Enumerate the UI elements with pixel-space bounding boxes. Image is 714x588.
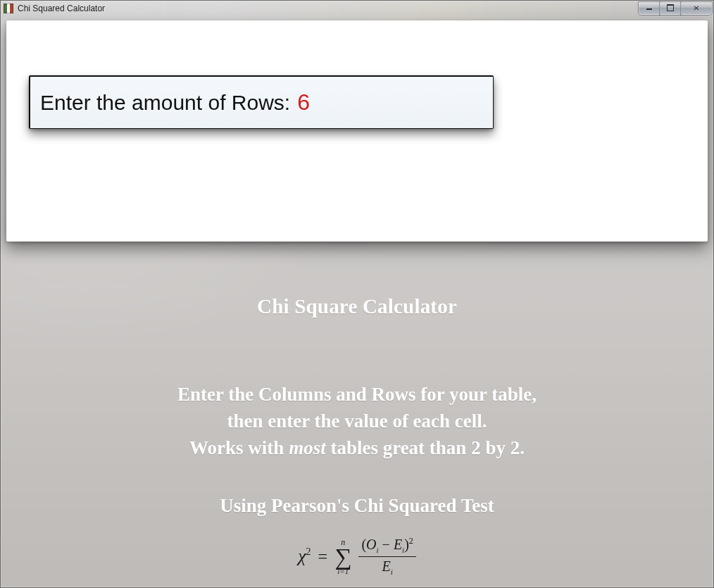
main-window: Chi Squared Calculator Enter the amount … xyxy=(0,0,714,588)
instructions-line-1: Enter the Columns and Rows for your tabl… xyxy=(1,382,713,408)
formula-E-num: E xyxy=(394,537,402,552)
instructions-line-3: Works with most tables great than 2 by 2… xyxy=(1,435,713,462)
page-title: Chi Square Calculator xyxy=(1,295,713,318)
close-button[interactable] xyxy=(681,2,712,15)
rows-input[interactable]: Enter the amount of Rows: 6 xyxy=(29,75,494,129)
minimize-button[interactable] xyxy=(639,2,660,15)
formula-sum-lower: i=1 xyxy=(337,568,349,575)
info-section: Chi Square Calculator Enter the Columns … xyxy=(1,291,713,587)
maximize-button[interactable] xyxy=(660,2,681,15)
instructions-line-3-post: tables great than 2 by 2. xyxy=(326,437,525,458)
formula-numerator: (Oi − Ei)2 xyxy=(358,537,415,557)
formula-num-exp: 2 xyxy=(409,536,413,546)
input-panel: Enter the amount of Rows: 6 xyxy=(6,20,708,242)
formula-E-den-sub: i xyxy=(391,568,393,576)
instructions-line-3-em: most xyxy=(289,437,326,458)
formula-chi-exp: 2 xyxy=(306,547,311,558)
rows-input-value: 6 xyxy=(297,89,310,115)
app-icon xyxy=(4,4,13,13)
sigma-icon: ∑ xyxy=(334,545,351,569)
formula-equals: = xyxy=(318,548,328,565)
instructions-line-3-pre: Works with xyxy=(189,437,289,458)
titlebar[interactable]: Chi Squared Calculator xyxy=(1,1,713,16)
formula-E-den: E xyxy=(382,558,390,574)
formula-minus: − xyxy=(379,537,394,552)
formula-lhs: χ2 xyxy=(298,547,311,565)
rows-input-label: Enter the amount of Rows: xyxy=(40,91,290,115)
formula-denominator: Ei xyxy=(379,559,395,576)
chi-square-formula: χ2 = n ∑ i=1 (Oi − Ei)2 Ei xyxy=(298,537,416,576)
instructions-line-2: then enter the value of each cell. xyxy=(1,408,713,435)
caption-buttons xyxy=(639,2,712,15)
formula-paren-close: ) xyxy=(404,537,409,552)
formula-O: O xyxy=(366,537,376,552)
formula-sum: n ∑ i=1 xyxy=(334,538,351,575)
window-title: Chi Squared Calculator xyxy=(18,4,105,13)
formula-fraction: (Oi − Ei)2 Ei xyxy=(358,537,415,576)
formula-chi: χ xyxy=(298,546,306,566)
method-subhead: Using Pearson's Chi Squared Test xyxy=(1,495,713,517)
instructions-text: Enter the Columns and Rows for your tabl… xyxy=(1,382,713,461)
